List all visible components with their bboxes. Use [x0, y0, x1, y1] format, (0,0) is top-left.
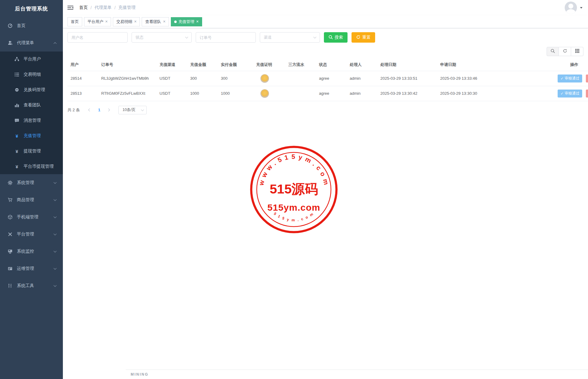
app-footer: MINING — [126, 369, 588, 379]
sidebar-item-mobile-mgmt[interactable]: 手机端管理 — [0, 209, 63, 226]
message-icon — [14, 118, 20, 123]
cell-actions: ✓ 审核通过 × 审核拒绝 — [536, 71, 588, 86]
refresh-table-button[interactable] — [559, 47, 571, 56]
sidebar-item-label: 首页 — [17, 23, 25, 29]
reject-button[interactable]: × 审核拒绝 — [586, 75, 588, 82]
column-settings-button[interactable] — [571, 47, 583, 56]
sidebar-item-agent-menu[interactable]: 代理菜单 — [0, 34, 63, 52]
sidebar-item-label: 代理菜单 — [17, 40, 34, 46]
sidebar-item-withdraw[interactable]: ¥ 提现管理 — [0, 144, 63, 159]
sidebar-item-label: 交易明细 — [24, 72, 41, 77]
cell-handle-date: 2025-03-29 13:30:42 — [377, 86, 437, 101]
cart-icon — [7, 197, 13, 202]
sidebar-item-system-mgmt[interactable]: 系统管理 — [0, 174, 63, 191]
col-status: 状态 — [316, 59, 347, 71]
channel-select-placeholder: 渠道 — [264, 35, 272, 40]
sidebar-item-label: 系统管理 — [17, 180, 34, 186]
status-select-placeholder: 状态 — [136, 35, 144, 40]
cell-amount: 300 — [187, 71, 218, 86]
cell-actions: ✓ 审核通过 × 审核拒绝 — [536, 86, 588, 101]
reset-button[interactable]: 重置 — [352, 32, 375, 43]
chevron-down-icon — [141, 108, 144, 111]
proof-thumbnail[interactable] — [260, 89, 269, 98]
cell-apply-date: 2025-03-29 13:30:30 — [437, 86, 536, 101]
next-page-button[interactable] — [105, 106, 113, 114]
sidebar-toggle-icon[interactable] — [67, 5, 74, 10]
channel-select[interactable]: 渠道 — [260, 32, 320, 43]
tab-transactions[interactable]: 交易明细 × — [113, 17, 140, 26]
filter-bar: 状态 渠道 搜索 重置 — [67, 32, 583, 43]
breadcrumb: 首页 / 代理菜单 / 充值管理 — [79, 5, 136, 10]
approve-label: 审核通过 — [565, 76, 579, 81]
toggle-search-button[interactable] — [547, 47, 559, 56]
breadcrumb-home[interactable]: 首页 — [79, 5, 88, 10]
tab-label: 平台用户 — [87, 19, 103, 25]
col-handle-date: 处理日期 — [377, 59, 437, 71]
tab-recharge-active[interactable]: 充值管理 × — [171, 17, 202, 26]
status-select[interactable]: 状态 — [132, 32, 192, 43]
prev-page-button[interactable] — [85, 106, 93, 114]
sidebar-item-product-mgmt[interactable]: 商品管理 — [0, 191, 63, 209]
tab-view-team[interactable]: 查看团队 × — [142, 17, 169, 26]
sidebar-item-home[interactable]: 首页 — [0, 17, 63, 34]
tab-home[interactable]: 首页 — [67, 17, 82, 26]
table-toolbar — [67, 47, 583, 56]
sidebar-item-platform-coin-withdraw[interactable]: ¥ 平台币提现管理 — [0, 159, 63, 174]
tab-label: 交易明细 — [116, 19, 132, 25]
tab-platform-users[interactable]: 平台用户 × — [84, 17, 111, 26]
chevron-down-icon — [54, 267, 57, 270]
username-input[interactable] — [67, 32, 128, 43]
sidebar-item-platform-mgmt[interactable]: 平台管理 — [0, 226, 63, 243]
col-amount: 充值金额 — [187, 59, 218, 71]
app-title: 后台管理系统 — [0, 0, 63, 17]
stamp-domain: 515ym.com — [267, 202, 320, 212]
yen-icon: ¥ — [14, 164, 20, 169]
page-number[interactable]: 1 — [95, 108, 103, 112]
sidebar-item-system-monitor[interactable]: 系统监控 — [0, 243, 63, 260]
chevron-down-icon — [54, 215, 57, 218]
search-button[interactable]: 搜索 — [324, 32, 348, 43]
close-icon[interactable]: × — [196, 19, 199, 24]
sidebar-item-transactions[interactable]: 交易明细 — [0, 67, 63, 82]
close-icon[interactable]: × — [134, 19, 136, 24]
sidebar-item-system-tools[interactable]: 系统工具 — [0, 277, 63, 294]
user-icon — [7, 40, 13, 45]
caret-down-icon[interactable] — [580, 7, 582, 10]
sidebar-item-ops-mgmt[interactable]: 运维管理 — [0, 260, 63, 277]
avatar[interactable] — [565, 2, 577, 14]
cell-flow — [285, 71, 316, 86]
sidebar-item-redeem-codes[interactable]: 兑换码管理 — [0, 82, 63, 98]
chevron-down-icon — [313, 36, 317, 39]
chevron-down-icon — [54, 198, 57, 201]
content-area: 状态 渠道 搜索 重置 — [63, 28, 588, 114]
tab-label: 充值管理 — [179, 19, 194, 25]
check-icon: ✓ — [560, 91, 563, 96]
close-icon[interactable]: × — [163, 19, 165, 24]
chevron-left-icon — [88, 109, 91, 112]
cell-user: 28513 — [67, 86, 98, 101]
approve-button[interactable]: ✓ 审核通过 — [558, 90, 582, 98]
proof-thumbnail[interactable] — [260, 74, 269, 83]
tree-icon — [14, 57, 20, 62]
sidebar-item-label: 充值管理 — [24, 133, 41, 139]
sidebar-item-label: 提现管理 — [24, 148, 41, 154]
cell-channel: USDT — [156, 71, 187, 86]
footer-text: MINING — [131, 372, 148, 377]
admin-page: 后台管理系统 首页 代理菜单 平台用户 — [0, 0, 588, 379]
order-no-input[interactable] — [196, 32, 256, 43]
tab-label: 首页 — [71, 19, 79, 25]
chevron-down-icon — [185, 36, 188, 39]
cell-handler: admin — [347, 86, 377, 101]
search-icon — [329, 35, 333, 40]
reject-button[interactable]: × 审核拒绝 — [586, 90, 588, 98]
sidebar-item-platform-users[interactable]: 平台用户 — [0, 52, 63, 67]
approve-button[interactable]: ✓ 审核通过 — [558, 75, 582, 82]
sidebar-item-view-team[interactable]: 查看团队 — [0, 98, 63, 113]
close-icon[interactable]: × — [105, 19, 108, 24]
chevron-up-icon — [54, 42, 57, 45]
tab-label: 查看团队 — [145, 19, 161, 25]
sidebar-item-messages[interactable]: 消息管理 — [0, 113, 63, 128]
sidebar-item-recharge[interactable]: ¥ 充值管理 — [0, 128, 63, 144]
col-channel: 充值渠道 — [156, 59, 187, 71]
page-size-select[interactable]: 10条/页 — [118, 106, 147, 114]
